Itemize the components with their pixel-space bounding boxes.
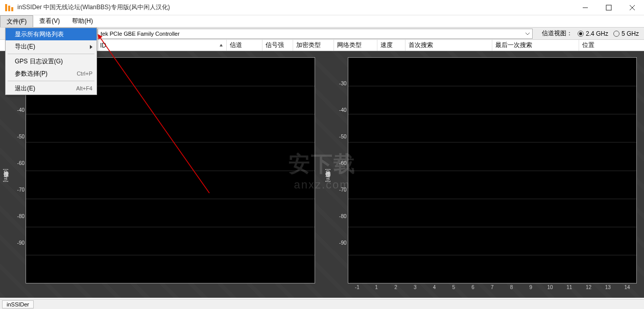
col-security[interactable]: 加密类型 [293, 40, 334, 51]
xtick: 8 [502, 284, 521, 293]
menu-file[interactable]: 文件(F) [0, 15, 33, 27]
ytick: -80 [11, 213, 25, 219]
channel-view-label: 信道视图： [542, 29, 573, 38]
minimize-button[interactable] [574, 0, 597, 15]
svg-rect-4 [606, 5, 611, 10]
chart-time-ylabel: 信号强度 [dBm] [2, 167, 9, 182]
maximize-button[interactable] [597, 0, 621, 15]
ytick: -40 [11, 107, 25, 113]
menu-params[interactable]: 参数选择(P) Ctrl+P [6, 67, 97, 80]
ytick: -50 [333, 134, 347, 139]
adapter-value: tek PCIe GBE Family Controller [101, 31, 180, 37]
app-icon [4, 3, 14, 13]
menu-exit[interactable]: 退出(E) Alt+F4 [6, 82, 97, 94]
xtick: 5 [444, 284, 463, 293]
xtick: 11 [560, 284, 579, 293]
xtick: 3 [406, 284, 425, 293]
xtick: 14 [617, 284, 637, 293]
xtick: 10 [540, 284, 560, 293]
chevron-down-icon [525, 31, 530, 37]
radio-2-4ghz[interactable]: 2.4 GHz [578, 30, 608, 37]
xtick: 2 [386, 284, 406, 293]
ytick: -60 [333, 160, 347, 166]
chart-channel-xaxis: -11234567891011121314 [348, 284, 637, 293]
svg-rect-2 [11, 7, 13, 11]
ytick: -70 [333, 187, 347, 193]
ytick: -30 [333, 81, 347, 86]
menubar: 文件(F) 查看(V) 帮助(H) [0, 15, 644, 28]
radio-2-4ghz-label: 2.4 GHz [586, 30, 608, 37]
ytick: -80 [333, 213, 347, 219]
radio-5ghz-label: 5 GHz [622, 30, 639, 37]
xtick: 6 [463, 284, 483, 293]
col-lastseen[interactable]: 最后一次搜索 [492, 40, 579, 51]
status-app: inSSIDer [2, 300, 34, 308]
svg-rect-0 [5, 4, 7, 11]
menu-view[interactable]: 查看(V) [33, 15, 66, 27]
chart-channel-frame [348, 57, 637, 283]
ytick: -90 [333, 240, 347, 246]
xtick: 4 [425, 284, 444, 293]
status-bar: inSSIDer [0, 299, 644, 309]
xtick: 13 [598, 284, 617, 293]
col-channel[interactable]: 信道 [227, 40, 263, 51]
xtick: 9 [521, 284, 540, 293]
menu-help[interactable]: 帮助(H) [66, 15, 99, 27]
menu-separator [8, 81, 94, 81]
ytick: -50 [11, 134, 25, 139]
window-title: inSSIDer 中国无线论坛(WlanBBS)专用版(风中闲人汉化) [17, 3, 170, 12]
radio-5ghz[interactable]: 5 GHz [613, 30, 639, 37]
ytick: -70 [11, 187, 25, 193]
col-location[interactable]: 位置 [579, 40, 644, 51]
sort-asc-icon [219, 42, 223, 49]
chart-channel-ylabel: 信号强度 [dBm] [324, 167, 331, 182]
ytick: -90 [11, 240, 25, 246]
close-button[interactable] [621, 0, 644, 15]
xtick: 1 [367, 284, 386, 293]
menu-separator [8, 54, 94, 54]
submenu-arrow-icon [89, 44, 93, 51]
menu-export[interactable]: 导出(E) [6, 40, 97, 53]
col-firstseen[interactable]: 首次搜索 [406, 40, 492, 51]
svg-rect-1 [8, 6, 10, 11]
chart-channel: 信号强度 [dBm] -11234567891011121314 -30-40-… [325, 55, 641, 294]
col-rssi[interactable]: 信号强 [263, 40, 293, 51]
xtick: -1 [348, 284, 367, 293]
menu-gps-settings[interactable]: GPS 日志设置(G) [6, 55, 97, 67]
col-speed[interactable]: 速度 [377, 40, 406, 51]
xtick: 7 [483, 284, 502, 293]
ytick: -40 [333, 107, 347, 113]
titlebar: inSSIDer 中国无线论坛(WlanBBS)专用版(风中闲人汉化) [0, 0, 644, 15]
adapter-dropdown[interactable]: tek PCIe GBE Family Controller [97, 29, 533, 39]
xtick: 12 [579, 284, 599, 293]
file-dropdown: 显示所有网络列表 导出(E) GPS 日志设置(G) 参数选择(P) Ctrl+… [5, 28, 97, 95]
menu-show-all-networks[interactable]: 显示所有网络列表 [6, 28, 97, 40]
col-nettype[interactable]: 网络类型 [334, 40, 377, 51]
ytick: -60 [11, 160, 25, 166]
